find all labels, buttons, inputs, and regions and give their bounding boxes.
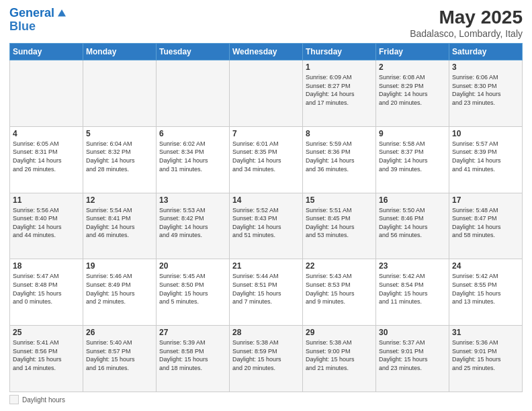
day-cell-26: 26Sunrise: 5:40 AM Sunset: 8:57 PM Dayli… [83,326,157,392]
day-number: 6 [159,129,226,138]
day-cell-6: 6Sunrise: 6:02 AM Sunset: 8:34 PM Daylig… [157,126,230,193]
logo-blue-text: Blue [9,20,68,34]
day-number: 31 [452,328,519,337]
day-cell-13: 13Sunrise: 5:53 AM Sunset: 8:42 PM Dayli… [157,193,230,259]
day-number: 22 [306,261,373,271]
day-info: Sunrise: 5:50 AM Sunset: 8:46 PM Dayligh… [379,206,446,240]
day-number: 7 [232,129,300,138]
day-number: 16 [379,195,446,205]
day-info: Sunrise: 5:42 AM Sunset: 8:54 PM Dayligh… [379,272,446,306]
day-number: 28 [232,328,300,337]
day-number: 14 [232,195,300,205]
day-number: 8 [306,129,373,138]
day-number: 21 [232,261,300,271]
day-number: 3 [452,62,519,72]
weekday-header-row: SundayMondayTuesdayWednesdayThursdayFrid… [10,44,523,60]
day-cell-5: 5Sunrise: 6:04 AM Sunset: 8:32 PM Daylig… [83,126,157,193]
day-cell-3: 3Sunrise: 6:06 AM Sunset: 8:30 PM Daylig… [449,60,523,127]
day-info: Sunrise: 5:51 AM Sunset: 8:45 PM Dayligh… [306,206,373,240]
day-cell-2: 2Sunrise: 6:08 AM Sunset: 8:29 PM Daylig… [376,60,449,127]
day-number: 5 [86,129,153,138]
day-cell-18: 18Sunrise: 5:47 AM Sunset: 8:48 PM Dayli… [10,259,83,326]
day-cell-23: 23Sunrise: 5:42 AM Sunset: 8:54 PM Dayli… [376,259,449,326]
svg-marker-0 [58,9,66,17]
day-number: 1 [306,62,373,72]
day-cell-9: 9Sunrise: 5:58 AM Sunset: 8:37 PM Daylig… [376,126,449,193]
weekday-header-saturday: Saturday [449,44,523,60]
day-number: 11 [13,195,80,205]
week-row-5: 25Sunrise: 5:41 AM Sunset: 8:56 PM Dayli… [10,326,523,392]
day-cell-15: 15Sunrise: 5:51 AM Sunset: 8:45 PM Dayli… [303,193,376,259]
day-info: Sunrise: 5:44 AM Sunset: 8:51 PM Dayligh… [232,272,300,306]
day-number: 29 [306,328,373,337]
day-info: Sunrise: 5:42 AM Sunset: 8:55 PM Dayligh… [452,272,519,306]
day-number: 23 [379,261,446,271]
location-title: Badalasco, Lombardy, Italy [410,28,523,39]
legend-label: Daylight hours [22,396,65,404]
day-cell-16: 16Sunrise: 5:50 AM Sunset: 8:46 PM Dayli… [376,193,449,259]
day-info: Sunrise: 6:05 AM Sunset: 8:31 PM Dayligh… [13,140,80,173]
legend-box [9,395,19,404]
weekday-header-tuesday: Tuesday [157,44,230,60]
day-info: Sunrise: 5:52 AM Sunset: 8:43 PM Dayligh… [232,206,300,240]
day-info: Sunrise: 5:37 AM Sunset: 9:01 PM Dayligh… [379,338,446,372]
calendar-table: SundayMondayTuesdayWednesdayThursdayFrid… [9,43,523,392]
day-number: 19 [86,261,153,271]
day-cell-4: 4Sunrise: 6:05 AM Sunset: 8:31 PM Daylig… [10,126,83,193]
day-info: Sunrise: 6:08 AM Sunset: 8:29 PM Dayligh… [379,73,446,107]
day-number: 15 [306,195,373,205]
day-cell-30: 30Sunrise: 5:37 AM Sunset: 9:01 PM Dayli… [376,326,449,392]
day-cell-11: 11Sunrise: 5:56 AM Sunset: 8:40 PM Dayli… [10,193,83,259]
day-info: Sunrise: 5:40 AM Sunset: 8:57 PM Dayligh… [86,338,153,372]
day-cell-empty [10,60,83,127]
day-cell-20: 20Sunrise: 5:45 AM Sunset: 8:50 PM Dayli… [157,259,230,326]
week-row-2: 4Sunrise: 6:05 AM Sunset: 8:31 PM Daylig… [10,126,523,193]
day-info: Sunrise: 6:01 AM Sunset: 8:35 PM Dayligh… [232,140,300,173]
day-info: Sunrise: 5:38 AM Sunset: 9:00 PM Dayligh… [306,338,373,372]
weekday-header-thursday: Thursday [303,44,376,60]
day-number: 26 [86,328,153,337]
weekday-header-wednesday: Wednesday [230,44,303,60]
day-cell-8: 8Sunrise: 5:59 AM Sunset: 8:36 PM Daylig… [303,126,376,193]
weekday-header-monday: Monday [83,44,157,60]
logo-icon [56,7,68,19]
legend: Daylight hours [9,395,523,404]
day-number: 18 [13,261,80,271]
day-info: Sunrise: 5:39 AM Sunset: 8:58 PM Dayligh… [159,338,226,372]
day-number: 17 [452,195,519,205]
day-cell-7: 7Sunrise: 6:01 AM Sunset: 8:35 PM Daylig… [230,126,303,193]
day-cell-14: 14Sunrise: 5:52 AM Sunset: 8:43 PM Dayli… [230,193,303,259]
day-info: Sunrise: 5:41 AM Sunset: 8:56 PM Dayligh… [13,338,80,372]
day-number: 30 [379,328,446,337]
day-number: 27 [159,328,226,337]
day-cell-29: 29Sunrise: 5:38 AM Sunset: 9:00 PM Dayli… [303,326,376,392]
day-info: Sunrise: 6:04 AM Sunset: 8:32 PM Dayligh… [86,140,153,173]
day-info: Sunrise: 5:38 AM Sunset: 8:59 PM Dayligh… [232,338,300,372]
day-info: Sunrise: 6:02 AM Sunset: 8:34 PM Dayligh… [159,140,226,173]
day-cell-10: 10Sunrise: 5:57 AM Sunset: 8:39 PM Dayli… [449,126,523,193]
day-number: 12 [86,195,153,205]
day-number: 20 [159,261,226,271]
day-cell-12: 12Sunrise: 5:54 AM Sunset: 8:41 PM Dayli… [83,193,157,259]
day-cell-21: 21Sunrise: 5:44 AM Sunset: 8:51 PM Dayli… [230,259,303,326]
day-cell-1: 1Sunrise: 6:09 AM Sunset: 8:27 PM Daylig… [303,60,376,127]
day-info: Sunrise: 5:36 AM Sunset: 9:01 PM Dayligh… [452,338,519,372]
day-cell-24: 24Sunrise: 5:42 AM Sunset: 8:55 PM Dayli… [449,259,523,326]
day-info: Sunrise: 6:09 AM Sunset: 8:27 PM Dayligh… [306,73,373,107]
weekday-header-sunday: Sunday [10,44,83,60]
day-info: Sunrise: 5:58 AM Sunset: 8:37 PM Dayligh… [379,140,446,173]
week-row-3: 11Sunrise: 5:56 AM Sunset: 8:40 PM Dayli… [10,193,523,259]
day-info: Sunrise: 5:57 AM Sunset: 8:39 PM Dayligh… [452,140,519,173]
day-cell-empty [157,60,230,127]
day-number: 25 [13,328,80,337]
day-cell-31: 31Sunrise: 5:36 AM Sunset: 9:01 PM Dayli… [449,326,523,392]
day-info: Sunrise: 5:46 AM Sunset: 8:49 PM Dayligh… [86,272,153,306]
day-number: 13 [159,195,226,205]
day-cell-17: 17Sunrise: 5:48 AM Sunset: 8:47 PM Dayli… [449,193,523,259]
day-number: 9 [379,129,446,138]
day-info: Sunrise: 5:53 AM Sunset: 8:42 PM Dayligh… [159,206,226,240]
logo: General Blue [9,7,68,34]
day-info: Sunrise: 5:43 AM Sunset: 8:53 PM Dayligh… [306,272,373,306]
day-info: Sunrise: 5:45 AM Sunset: 8:50 PM Dayligh… [159,272,226,306]
logo-text: General [9,7,54,20]
